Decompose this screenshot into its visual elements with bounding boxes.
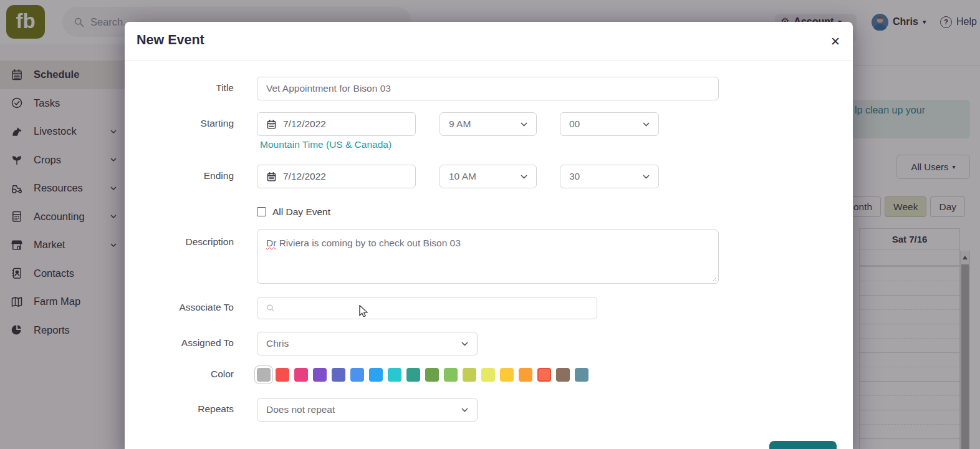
- close-icon[interactable]: ✕: [828, 34, 843, 49]
- resize-handle[interactable]: [711, 276, 716, 281]
- chevron-down-icon: [643, 175, 650, 179]
- repeats-select[interactable]: Does not repeat: [257, 398, 478, 422]
- new-event-modal: New Event ✕ Title Vet Appointment for Bi…: [125, 22, 853, 449]
- app-window: fb Search... ⚙ Account ▾ Chris ▾ ? Help …: [0, 0, 980, 449]
- color-swatch-10[interactable]: [425, 368, 439, 382]
- ending-label: Ending: [125, 170, 234, 181]
- associate-to-label: Associate To: [125, 302, 234, 313]
- color-swatch-7[interactable]: [369, 368, 383, 382]
- color-swatch-18[interactable]: [575, 368, 588, 382]
- timezone-link[interactable]: Mountain Time (US & Canada): [260, 139, 392, 150]
- color-swatch-12[interactable]: [463, 368, 476, 382]
- associate-to-input[interactable]: [257, 297, 597, 319]
- modal-header: New Event ✕: [125, 22, 853, 60]
- mouse-cursor: [359, 305, 368, 317]
- save-button[interactable]: [769, 441, 837, 449]
- starting-label: Starting: [125, 118, 234, 129]
- color-swatch-4[interactable]: [313, 368, 327, 382]
- color-swatch-13[interactable]: [481, 368, 495, 382]
- color-swatch-5[interactable]: [332, 368, 345, 382]
- color-swatch-8[interactable]: [388, 368, 401, 382]
- starting-minute-select[interactable]: 00: [560, 112, 659, 136]
- color-swatch-6[interactable]: [350, 368, 364, 382]
- color-swatch-17[interactable]: [556, 368, 570, 382]
- chevron-down-icon: [521, 122, 527, 127]
- ending-hour-select[interactable]: 10 AM: [440, 165, 537, 188]
- calendar-icon: [266, 119, 277, 130]
- starting-date-input[interactable]: 7/12/2022: [257, 112, 416, 136]
- assigned-to-label: Assigned To: [125, 337, 234, 349]
- color-swatch-3[interactable]: [294, 368, 308, 382]
- color-swatch-14[interactable]: [500, 368, 514, 382]
- repeats-label: Repeats: [125, 403, 234, 415]
- color-label: Color: [125, 369, 234, 380]
- chevron-down-icon: [521, 175, 527, 179]
- color-swatch-2[interactable]: [276, 368, 289, 382]
- ending-minute-select[interactable]: 30: [560, 165, 659, 188]
- chevron-down-icon: [643, 122, 650, 127]
- all-day-label: All Day Event: [272, 206, 330, 218]
- color-swatch-11[interactable]: [444, 368, 458, 382]
- chevron-down-icon: [461, 408, 468, 412]
- chevron-down-icon: [461, 342, 468, 346]
- color-swatch-1[interactable]: [257, 368, 271, 382]
- misspelled-word: Dr: [266, 238, 276, 248]
- ending-date-input[interactable]: 7/12/2022: [257, 165, 416, 188]
- color-swatch-16[interactable]: [537, 368, 551, 382]
- description-textarea[interactable]: Dr Riviera is coming by to check out Bis…: [257, 229, 719, 284]
- title-input[interactable]: Vet Appointment for Bison 03: [257, 77, 719, 100]
- assigned-to-select[interactable]: Chris: [257, 332, 478, 355]
- calendar-icon: [266, 171, 277, 182]
- title-label: Title: [125, 82, 234, 94]
- search-icon: [266, 304, 275, 312]
- color-swatches: [257, 367, 588, 383]
- modal-title: New Event: [137, 32, 204, 48]
- color-swatch-15[interactable]: [519, 368, 532, 382]
- color-swatch-9[interactable]: [406, 368, 420, 382]
- all-day-checkbox[interactable]: [257, 207, 266, 216]
- starting-hour-select[interactable]: 9 AM: [440, 112, 537, 136]
- description-label: Description: [125, 236, 234, 248]
